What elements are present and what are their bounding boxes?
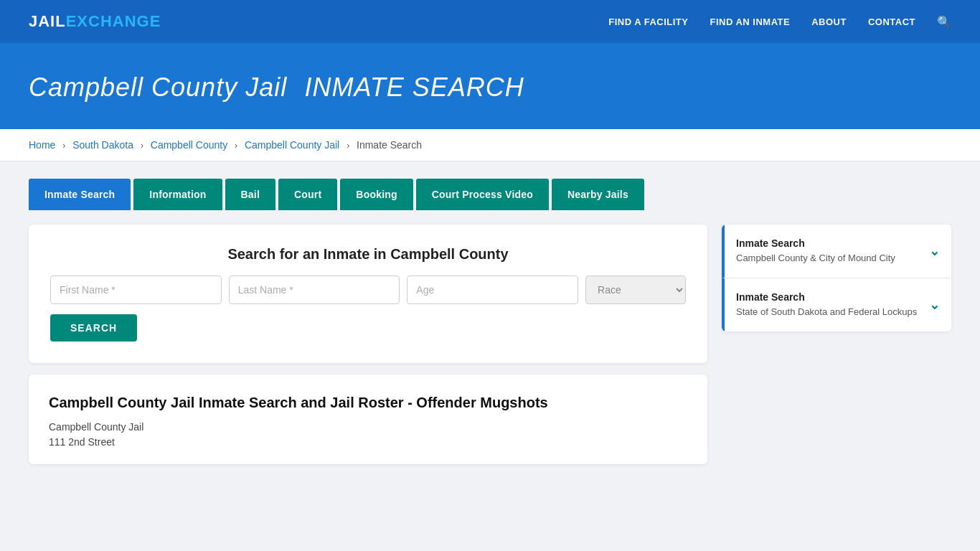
tab-court-video[interactable]: Court Process Video	[416, 179, 549, 210]
breadcrumb-jail[interactable]: Campbell County Jail	[245, 139, 339, 151]
tab-bail[interactable]: Bail	[225, 179, 275, 210]
tab-information[interactable]: Information	[133, 179, 222, 210]
sidebar-item-sd[interactable]: Inmate Search State of South Dakota and …	[722, 278, 951, 331]
breadcrumb: Home › South Dakota › Campbell County › …	[0, 129, 980, 161]
breadcrumb-county[interactable]: Campbell County	[151, 139, 227, 151]
sep1: ›	[62, 141, 65, 151]
search-card: Search for an Inmate in Campbell County …	[29, 225, 707, 363]
search-icon[interactable]: 🔍	[937, 15, 951, 29]
nav-contact[interactable]: CONTACT	[868, 17, 915, 27]
navbar: JAILEXCHANGE FIND A FACILITY FIND AN INM…	[0, 0, 980, 43]
sidebar-item-sd-subtitle: State of South Dakota and Federal Lockup…	[736, 306, 917, 319]
breadcrumb-current: Inmate Search	[357, 139, 422, 151]
last-name-input[interactable]	[229, 276, 400, 304]
tab-inmate-search[interactable]: Inmate Search	[29, 179, 131, 210]
right-sidebar: Inmate Search Campbell County & City of …	[722, 225, 951, 331]
tab-booking[interactable]: Booking	[340, 179, 413, 210]
tab-nearby[interactable]: Nearby Jails	[552, 179, 644, 210]
sidebar-item-sd-title: Inmate Search	[736, 291, 917, 303]
sidebar-item-campbell-subtitle: Campbell County & City of Mound City	[736, 252, 895, 265]
nav-menu: FIND A FACILITY FIND AN INMATE ABOUT CON…	[608, 15, 951, 29]
nav-about[interactable]: ABOUT	[811, 17, 847, 27]
sep3: ›	[235, 141, 237, 151]
chevron-down-icon: ⌄	[929, 243, 940, 259]
info-line1: Campbell County Jail	[49, 420, 687, 435]
info-line2: 111 2nd Street	[49, 435, 687, 450]
sidebar-item-campbell[interactable]: Inmate Search Campbell County & City of …	[722, 225, 951, 278]
hero-section: Campbell County Jail INMATE SEARCH	[0, 43, 980, 129]
site-logo[interactable]: JAILEXCHANGE	[29, 12, 161, 31]
hero-title-sub: INMATE SEARCH	[305, 72, 524, 102]
sidebar-item-campbell-text: Inmate Search Campbell County & City of …	[736, 237, 895, 265]
nav-find-inmate[interactable]: FIND AN INMATE	[710, 17, 790, 27]
tab-court[interactable]: Court	[278, 179, 337, 210]
tabs-bar: Inmate Search Information Bail Court Boo…	[0, 161, 980, 210]
breadcrumb-state[interactable]: South Dakota	[72, 139, 133, 151]
sidebar-item-campbell-title: Inmate Search	[736, 237, 895, 249]
sidebar-card: Inmate Search Campbell County & City of …	[722, 225, 951, 331]
sidebar-item-sd-text: Inmate Search State of South Dakota and …	[736, 291, 917, 319]
sep4: ›	[347, 141, 349, 151]
main-layout: Search for an Inmate in Campbell County …	[0, 210, 980, 493]
info-card: Campbell County Jail Inmate Search and J…	[29, 375, 707, 464]
age-input[interactable]	[407, 276, 578, 304]
hero-title: Campbell County Jail INMATE SEARCH	[29, 69, 951, 103]
search-card-title: Search for an Inmate in Campbell County	[50, 246, 686, 263]
first-name-input[interactable]	[50, 276, 222, 304]
chevron-down-icon-2: ⌄	[929, 297, 940, 313]
sep2: ›	[141, 141, 143, 151]
breadcrumb-home[interactable]: Home	[29, 139, 55, 151]
search-fields: Race White Black Hispanic Asian Other	[50, 276, 686, 304]
race-select[interactable]: Race White Black Hispanic Asian Other	[585, 276, 686, 304]
hero-title-main: Campbell County Jail	[29, 72, 287, 102]
search-button[interactable]: SEARCH	[50, 314, 137, 342]
info-card-title: Campbell County Jail Inmate Search and J…	[49, 395, 687, 411]
nav-find-facility[interactable]: FIND A FACILITY	[608, 17, 688, 27]
left-content: Search for an Inmate in Campbell County …	[29, 225, 707, 464]
